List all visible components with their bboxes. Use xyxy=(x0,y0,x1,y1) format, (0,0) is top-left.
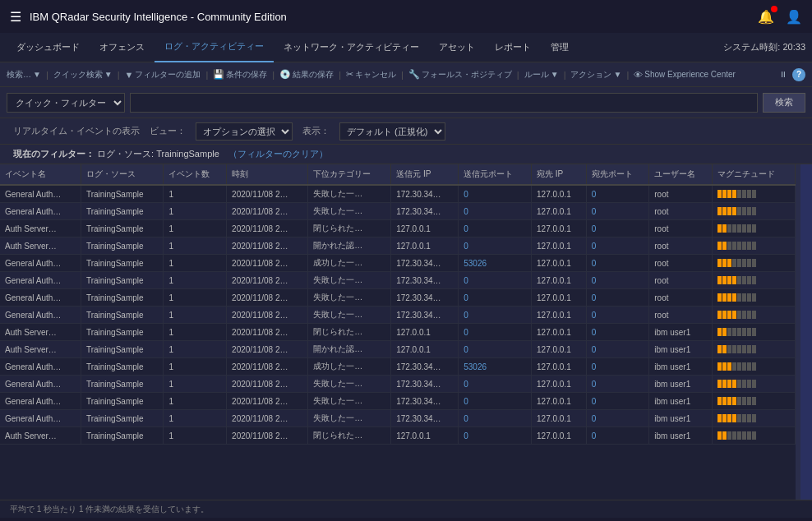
dst-port-link[interactable]: 0 xyxy=(592,431,597,440)
nav-bar: ダッシュボード オフェンス ログ・アクティビティー ネットワーク・アクティビティ… xyxy=(0,33,812,62)
table-row[interactable]: Auth Server…TrainingSample12020/11/08 2…… xyxy=(0,341,796,358)
src-port-link[interactable]: 0 xyxy=(464,224,468,233)
col-src-port[interactable]: 送信元ポート xyxy=(459,164,532,185)
col-log-source[interactable]: ログ・ソース xyxy=(81,164,164,185)
dst-port-link[interactable]: 0 xyxy=(592,328,597,337)
src-port-link[interactable]: 0 xyxy=(464,431,468,440)
table-row[interactable]: General Auth…TrainingSample12020/11/08 2… xyxy=(0,272,796,289)
eye-icon: 👁 xyxy=(634,70,643,80)
table-row[interactable]: General Auth…TrainingSample12020/11/08 2… xyxy=(0,307,796,324)
false-positive-button[interactable]: 🔧 フォールス・ポジティブ xyxy=(408,69,512,81)
src-port-link[interactable]: 0 xyxy=(464,190,468,199)
src-port-link[interactable]: 0 xyxy=(464,242,468,251)
quick-search-dropdown[interactable]: クイック検索▼ xyxy=(53,69,113,81)
search-button[interactable]: 検索 xyxy=(763,93,805,113)
dst-port-link[interactable]: 0 xyxy=(592,259,597,268)
clear-filter-link[interactable]: （フィルターのクリア） xyxy=(228,149,328,159)
top-icons: 🔔 👤 xyxy=(758,9,802,25)
save-conditions-button[interactable]: 💾 条件の保存 xyxy=(213,69,267,81)
col-dst-ip[interactable]: 宛先 IP xyxy=(532,164,587,185)
dst-port-link[interactable]: 0 xyxy=(592,293,597,302)
src-port-link[interactable]: 0 xyxy=(464,414,468,423)
col-event-name[interactable]: イベント名 xyxy=(0,164,81,185)
col-event-count[interactable]: イベント数 xyxy=(164,164,227,185)
src-port-link[interactable]: 0 xyxy=(464,293,468,302)
dst-port-link[interactable]: 0 xyxy=(592,311,597,320)
col-dst-port[interactable]: 宛先ポート xyxy=(586,164,649,185)
src-port-link[interactable]: 0 xyxy=(464,397,468,406)
user-icon[interactable]: 👤 xyxy=(786,9,802,25)
table-row[interactable]: Auth Server…TrainingSample12020/11/08 2…… xyxy=(0,324,796,341)
col-src-ip[interactable]: 送信元 IP xyxy=(391,164,459,185)
display-options-select[interactable]: デフォルト (正規化) xyxy=(339,122,445,141)
col-magnitude[interactable]: マグニチュード xyxy=(712,164,795,185)
table-header-row: イベント名 ログ・ソース イベント数 時刻 下位カテゴリー 送信元 IP 送信元… xyxy=(0,164,796,185)
src-port-link[interactable]: 0 xyxy=(464,276,468,285)
rules-dropdown[interactable]: ルール▼ xyxy=(524,69,559,81)
save-icon: 💾 xyxy=(213,69,224,80)
table-row[interactable]: General Auth…TrainingSample12020/11/08 2… xyxy=(0,393,796,410)
src-port-link[interactable]: 53026 xyxy=(464,362,487,371)
col-username[interactable]: ユーザー名 xyxy=(649,164,713,185)
magnitude-cell xyxy=(712,255,795,272)
save-results-button[interactable]: 💿 結果の保存 xyxy=(279,69,334,81)
dst-port-link[interactable]: 0 xyxy=(592,276,597,285)
col-time[interactable]: 時刻 xyxy=(227,164,308,185)
table-row[interactable]: Auth Server…TrainingSample12020/11/08 2…… xyxy=(0,237,796,255)
magnitude-cell xyxy=(712,272,795,289)
experience-center-button[interactable]: 👁 Show Experience Center xyxy=(634,70,736,80)
pause-button[interactable]: ⏸ xyxy=(779,68,787,81)
table-row[interactable]: Auth Server…TrainingSample12020/11/08 2…… xyxy=(0,220,796,237)
dst-port-link[interactable]: 0 xyxy=(592,207,597,216)
table-row[interactable]: Auth Server…TrainingSample12020/11/08 2…… xyxy=(0,427,796,445)
cancel-icon: ✂ xyxy=(346,69,353,80)
table-row[interactable]: General Auth…TrainingSample12020/11/08 2… xyxy=(0,203,796,220)
help-button[interactable]: ? xyxy=(792,68,805,81)
realtime-label: リアルタイム・イベントの表示 xyxy=(13,125,140,137)
table-row[interactable]: General Auth…TrainingSample12020/11/08 2… xyxy=(0,410,796,427)
dst-port-link[interactable]: 0 xyxy=(592,397,597,406)
table-row[interactable]: General Auth…TrainingSample12020/11/08 2… xyxy=(0,185,796,203)
nav-admin[interactable]: 管理 xyxy=(541,33,579,62)
src-port-link[interactable]: 0 xyxy=(464,207,468,216)
actions-dropdown[interactable]: アクション▼ xyxy=(570,69,621,81)
search-input[interactable] xyxy=(130,93,758,113)
search-dropdown[interactable]: 検索…▼ xyxy=(7,69,41,81)
dst-port-link[interactable]: 0 xyxy=(592,362,597,371)
nav-reports[interactable]: レポート xyxy=(485,33,541,62)
experience-center-sidebar[interactable]: Experience Center xyxy=(796,164,812,500)
dst-port-link[interactable]: 0 xyxy=(592,190,597,199)
nav-offense[interactable]: オフェンス xyxy=(90,33,155,62)
view-bar: リアルタイム・イベントの表示 ビュー： オプションの選択 表示： デフォルト (… xyxy=(0,118,812,145)
status-message: 平均で 1 秒当たり 1 件未満の結果を受信しています。 xyxy=(10,504,209,515)
nav-assets[interactable]: アセット xyxy=(429,33,485,62)
nav-dashboard[interactable]: ダッシュボード xyxy=(7,33,90,62)
table-row[interactable]: General Auth…TrainingSample12020/11/08 2… xyxy=(0,255,796,272)
nav-log-activity[interactable]: ログ・アクティビティー xyxy=(155,33,274,62)
table-row[interactable]: General Auth…TrainingSample12020/11/08 2… xyxy=(0,376,796,393)
src-port-link[interactable]: 0 xyxy=(464,328,468,337)
src-port-link[interactable]: 53026 xyxy=(464,259,487,268)
flag-icon: 🔧 xyxy=(408,69,420,80)
src-port-link[interactable]: 0 xyxy=(464,311,468,320)
view-options-select[interactable]: オプションの選択 xyxy=(196,122,293,141)
col-subcategory[interactable]: 下位カテゴリー xyxy=(308,164,391,185)
magnitude-cell xyxy=(712,324,795,341)
dst-port-link[interactable]: 0 xyxy=(592,224,597,233)
src-port-link[interactable]: 0 xyxy=(464,345,468,354)
nav-network-activity[interactable]: ネットワーク・アクティビティー xyxy=(274,33,429,62)
dst-port-link[interactable]: 0 xyxy=(592,242,597,251)
table-row[interactable]: General Auth…TrainingSample12020/11/08 2… xyxy=(0,358,796,376)
notification-icon[interactable]: 🔔 xyxy=(758,9,774,25)
cancel-button[interactable]: ✂ キャンセル xyxy=(346,69,396,81)
search-bar: クイック・フィルター 検索 xyxy=(0,87,812,118)
add-filter-button[interactable]: ▼ フィルターの追加 xyxy=(125,69,201,81)
dst-port-link[interactable]: 0 xyxy=(592,345,597,354)
dst-port-link[interactable]: 0 xyxy=(592,380,597,389)
hamburger-icon[interactable]: ☰ xyxy=(10,9,21,25)
table-row[interactable]: General Auth…TrainingSample12020/11/08 2… xyxy=(0,289,796,307)
quick-filter-select[interactable]: クイック・フィルター xyxy=(7,93,125,113)
filter-icon: ▼ xyxy=(125,70,134,80)
src-port-link[interactable]: 0 xyxy=(464,380,468,389)
dst-port-link[interactable]: 0 xyxy=(592,414,597,423)
